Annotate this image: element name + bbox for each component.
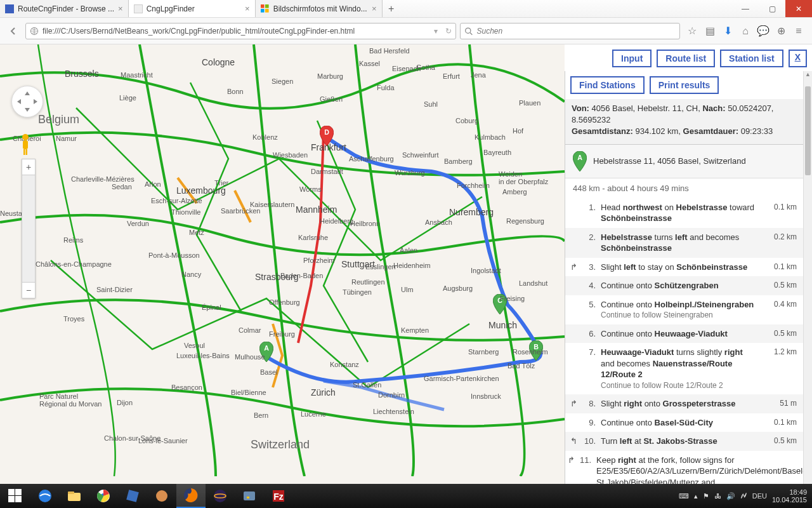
map-canvas[interactable]: A B C D Belgium Switzerland Brussels Maa… <box>0 44 565 491</box>
close-window-button[interactable]: ✕ <box>785 0 812 17</box>
zoom-out-button[interactable]: − <box>22 283 35 298</box>
tray-up-icon[interactable]: ▴ <box>694 492 698 500</box>
city-label: Saint-Dizier <box>96 286 133 293</box>
top-buttons: Input Route list Station list X <box>612 50 807 67</box>
step-text: Continue onto Heuwaage-Viadukt <box>601 328 757 340</box>
dropdown-icon[interactable]: ▾ <box>434 27 438 36</box>
close-icon[interactable]: × <box>118 4 123 13</box>
tray-lang[interactable]: DEU <box>752 492 767 500</box>
task-app2-icon[interactable] <box>235 484 264 508</box>
task-explorer-icon[interactable] <box>60 484 89 508</box>
step-distance: 1.2 km <box>763 347 797 391</box>
reader-icon[interactable]: ▤ <box>702 23 718 39</box>
city-label: Dornbirn <box>378 391 405 399</box>
tray-clock[interactable]: 18:49 10.04.2015 <box>772 488 807 504</box>
direction-step[interactable]: ↱8.Slight right onto Grosspeterstrasse51… <box>565 394 803 413</box>
tray-network-icon[interactable]: 🖧 <box>714 492 721 500</box>
step-distance: 0.5 km <box>763 280 797 291</box>
station-list-button[interactable]: Station list <box>720 50 783 67</box>
direction-step[interactable]: 6.Continue onto Heuwaage-Viadukt0.5 km <box>565 324 803 344</box>
print-results-button[interactable]: Print results <box>650 76 719 94</box>
pegman-icon[interactable] <box>18 133 33 156</box>
close-panel-button[interactable]: X <box>789 50 807 67</box>
downloads-icon[interactable]: ⬇ <box>719 23 736 39</box>
start-button[interactable] <box>0 484 30 508</box>
back-button[interactable] <box>5 23 22 39</box>
tab-bildschirmfotos[interactable]: Bildschirmfotos mit Windo... × <box>256 0 383 17</box>
task-ie-icon[interactable] <box>30 484 60 508</box>
city-label: Bamberg <box>444 157 473 165</box>
maneuver-icon <box>568 328 579 340</box>
step-number: 3. <box>584 262 596 273</box>
task-filezilla-icon[interactable]: Fz <box>264 484 293 508</box>
svg-rect-16 <box>15 489 22 495</box>
route-list-button[interactable]: Route list <box>657 50 715 67</box>
city-label: Baden-Baden <box>280 272 323 279</box>
step-text: Heuwaage-Viadukt turns slightly right an… <box>601 347 757 391</box>
route-summary: Von: 4056 Basel, Hebelstr. 11, CH, Nach:… <box>565 99 812 145</box>
city-label: Gießen <box>320 95 343 103</box>
city-label: Konstanz <box>330 361 359 368</box>
task-firefox-icon[interactable] <box>176 484 206 508</box>
task-vbox-icon[interactable] <box>118 484 147 508</box>
direction-step[interactable]: ↱3.Slight left to stay on Schönbeinstras… <box>565 258 803 277</box>
addon-icon[interactable]: ⊕ <box>773 23 789 39</box>
svg-rect-1 <box>265 4 269 8</box>
city-label: Garmisch-Partenkirchen <box>424 375 499 382</box>
reload-icon[interactable]: ↻ <box>445 27 452 36</box>
step-distance: 51 m <box>763 398 797 410</box>
maximize-button[interactable]: ▢ <box>759 0 785 17</box>
search-input[interactable] <box>477 27 676 36</box>
city-label: Weiden in der Oberpfalz <box>499 170 548 185</box>
task-eclipse-icon[interactable] <box>206 484 235 508</box>
direction-step[interactable]: 5.Continue onto Holbeinpl./Steinengraben… <box>565 295 803 324</box>
city-label: Offenburg <box>269 298 300 306</box>
origin-row[interactable]: A Hebelstrasse 11, 4056 Basel, Switzerla… <box>565 145 803 178</box>
direction-step[interactable]: 4.Continue onto Schützengraben0.5 km <box>565 276 803 295</box>
svg-rect-3 <box>265 9 269 13</box>
find-stations-button[interactable]: Find Stations <box>570 76 645 94</box>
svg-text:Fz: Fz <box>273 491 284 502</box>
tray-keyboard-icon[interactable]: ⌨ <box>679 492 689 500</box>
direction-step[interactable]: 7.Heuwaage-Viadukt turns slightly right … <box>565 343 803 394</box>
chat-icon[interactable]: 💬 <box>755 23 771 39</box>
toolbar-icons: ☆ ▤ ⬇ ⌂ 💬 ⊕ ≡ <box>684 23 807 39</box>
close-icon[interactable]: × <box>245 4 250 13</box>
direction-step[interactable]: 1.Head northwest on Hebelstrasse toward … <box>565 198 803 228</box>
direction-step[interactable]: 2.Hebelstrasse turns left and becomes Sc… <box>565 228 803 258</box>
new-tab-button[interactable]: + <box>383 0 400 17</box>
tab-cnglpgfinder[interactable]: CngLpgFinder × <box>129 0 256 17</box>
city-label: Mannheim <box>296 204 337 215</box>
directions-scroll[interactable]: A Hebelstrasse 11, 4056 Basel, Switzerla… <box>565 145 812 508</box>
city-label: Kassel <box>359 60 380 67</box>
step-distance: 0.5 km <box>763 436 797 447</box>
scrollbar-thumb[interactable] <box>805 86 811 175</box>
city-label: Heilbronn <box>350 220 380 227</box>
task-chrome-icon[interactable] <box>89 484 118 508</box>
search-field[interactable] <box>460 23 680 39</box>
step-text: Continue onto Schützengraben <box>601 280 757 291</box>
tray-volume-icon[interactable]: 🔊 <box>726 492 735 500</box>
home-icon[interactable]: ⌂ <box>737 23 754 39</box>
tray-flag-icon[interactable]: ⚑ <box>703 492 709 500</box>
direction-step[interactable]: 9.Continue onto Basel-Süd-City0.1 km <box>565 413 803 432</box>
tray-battery-icon[interactable]: 🗲 <box>740 492 747 500</box>
minimize-button[interactable]: — <box>732 0 759 17</box>
zoom-slider[interactable] <box>22 175 35 283</box>
directions-panel: Find Stations Print results Von: 4056 Ba… <box>565 71 812 508</box>
svg-rect-2 <box>261 9 265 13</box>
input-button[interactable]: Input <box>612 50 652 67</box>
bookmark-icon[interactable]: ☆ <box>684 23 700 39</box>
task-app1-icon[interactable] <box>147 484 176 508</box>
city-label: Troyes <box>63 315 84 323</box>
pan-control[interactable] <box>11 86 43 117</box>
close-icon[interactable]: × <box>372 4 377 13</box>
menu-icon[interactable]: ≡ <box>790 23 807 39</box>
city-label: Pont-à-Mousson <box>148 251 200 259</box>
city-label: Brussels <box>65 69 99 79</box>
panel-scrollbar[interactable]: ▲ <box>803 71 812 491</box>
direction-step[interactable]: ↰10.Turn left at St. Jakobs-Strasse0.5 k… <box>565 432 803 451</box>
url-field[interactable]: file:///C:/Users/Bernd/NetBeans_work/Cng… <box>25 23 456 39</box>
zoom-in-button[interactable]: + <box>22 159 35 175</box>
tab-routecngfinder[interactable]: RouteCngFinder - Browse ... × <box>0 0 129 17</box>
